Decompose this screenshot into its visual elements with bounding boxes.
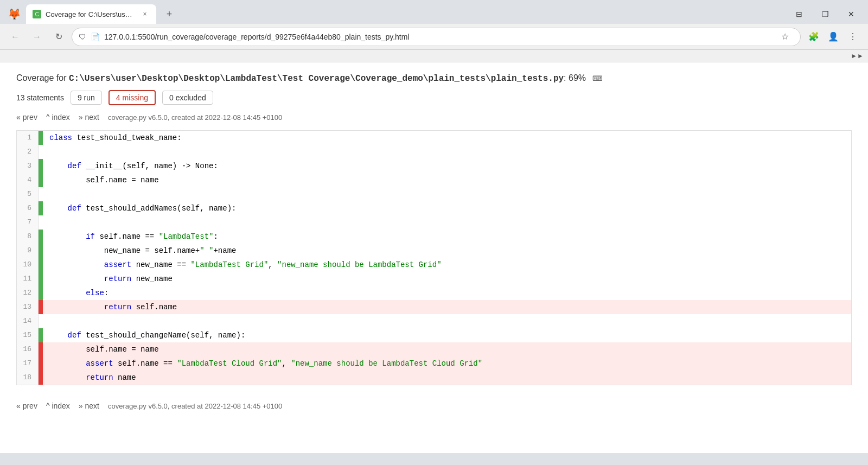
tab-close-button[interactable]: ×: [140, 9, 150, 19]
line-indicator-15: [39, 328, 43, 342]
bookmark-button[interactable]: ☆: [776, 28, 794, 46]
bottom-next-link[interactable]: » next: [79, 402, 99, 410]
excluded-badge[interactable]: 0 excluded: [162, 91, 213, 105]
line-content-12: else:: [43, 286, 851, 300]
active-tab[interactable]: C Coverage for C:\Users\user\Des... ×: [26, 4, 156, 24]
code-container: 1 class test_should_tweak_name: 2 3 def …: [16, 130, 852, 385]
line-content-1: class test_should_tweak_name:: [43, 131, 851, 145]
code-line-14: 14: [17, 314, 851, 328]
line-indicator-10: [39, 258, 43, 272]
code-line-8: 8 if self.name == "LambdaTest":: [17, 230, 851, 244]
bottom-nav: « prev ^ index » next coverage.py v6.5.0…: [16, 396, 852, 410]
coverage-file-path: C:\Users\user\Desktop\Desktop\LambdaTest…: [69, 74, 564, 84]
statements-count: 13 statements: [16, 93, 64, 102]
code-line-10: 10 assert new_name == "LambdaTest Grid",…: [17, 258, 851, 272]
minimize-button[interactable]: ⊟: [787, 4, 812, 24]
next-link[interactable]: » next: [79, 113, 99, 122]
line-indicator-16: [39, 342, 43, 356]
shield-icon: 🛡: [79, 33, 86, 41]
run-badge[interactable]: 9 run: [71, 91, 102, 105]
back-button[interactable]: ←: [7, 28, 24, 46]
line-number-8: 8: [17, 230, 39, 244]
line-number-13: 13: [17, 300, 39, 314]
extensions-button[interactable]: 🧩: [805, 28, 822, 46]
line-number-9: 9: [17, 244, 39, 258]
close-button[interactable]: ✕: [839, 4, 864, 24]
line-number-6: 6: [17, 201, 39, 215]
line-number-5: 5: [17, 187, 39, 201]
missing-badge[interactable]: 4 missing: [108, 90, 156, 105]
coverage-header: Coverage for C:\Users\user\Desktop\Deskt…: [16, 73, 852, 84]
line-indicator-3: [39, 159, 43, 173]
browser-logo-icon: 🦊: [4, 4, 24, 24]
nav-right-buttons: 🧩 👤 ⋮: [805, 28, 861, 46]
line-content-6: def test_should_addNames(self, name):: [43, 201, 851, 215]
line-number-17: 17: [17, 356, 39, 371]
menu-button[interactable]: ⋮: [844, 28, 861, 46]
keyboard-icon: ⌨: [592, 74, 603, 82]
line-indicator-4: [39, 173, 43, 187]
code-line-18: 18 return name: [17, 371, 851, 385]
line-content-14: [43, 314, 851, 328]
code-line-12: 12 else:: [17, 286, 851, 300]
code-line-11: 11 return new_name: [17, 272, 851, 286]
address-input[interactable]: [104, 33, 772, 41]
line-indicator-6: [39, 201, 43, 215]
address-bar-container[interactable]: 🛡 📄 ☆: [72, 28, 801, 46]
line-number-7: 7: [17, 215, 39, 230]
line-content-4: self.name = name: [43, 173, 851, 187]
line-content-5: [43, 187, 851, 201]
line-number-4: 4: [17, 173, 39, 187]
line-content-16: self.name = name: [43, 342, 851, 356]
code-line-6: 6 def test_should_addNames(self, name):: [17, 201, 851, 215]
code-line-1: 1 class test_should_tweak_name:: [17, 131, 851, 145]
code-line-13: 13 return self.name: [17, 300, 851, 314]
line-content-18: return name: [43, 371, 851, 385]
restore-button[interactable]: ❐: [813, 4, 838, 24]
stats-bar: 13 statements 9 run 4 missing 0 excluded: [16, 90, 852, 105]
coverage-version-info: coverage.py v6.5.0, created at 2022-12-0…: [108, 113, 282, 122]
line-indicator-17: [39, 356, 43, 371]
bottom-index-link[interactable]: ^ index: [46, 402, 70, 410]
code-line-17: 17 assert self.name == "LambdaTest Cloud…: [17, 356, 851, 371]
nav-links: « prev ^ index » next coverage.py v6.5.0…: [16, 113, 852, 122]
line-content-8: if self.name == "LambdaTest":: [43, 230, 851, 244]
line-content-11: return new_name: [43, 272, 851, 286]
window-controls: ⊟ ❐ ✕: [787, 4, 868, 24]
bottom-prev-link[interactable]: « prev: [16, 402, 37, 410]
reload-button[interactable]: ↻: [50, 28, 67, 46]
line-indicator-8: [39, 230, 43, 244]
tab-favicon: C: [33, 10, 41, 18]
code-line-3: 3 def __init__(self, name) -> None:: [17, 159, 851, 173]
line-number-15: 15: [17, 328, 39, 342]
line-number-11: 11: [17, 272, 39, 286]
profile-button[interactable]: 👤: [825, 28, 842, 46]
code-line-9: 9 new_name = self.name+" "+name: [17, 244, 851, 258]
line-content-15: def test_should_changeName(self, name):: [43, 328, 851, 342]
line-indicator-14: [39, 314, 43, 328]
line-indicator-12: [39, 286, 43, 300]
line-indicator-18: [39, 371, 43, 385]
prev-link[interactable]: « prev: [16, 113, 37, 122]
line-number-16: 16: [17, 342, 39, 356]
index-link[interactable]: ^ index: [46, 113, 70, 122]
line-content-17: assert self.name == "LambdaTest Cloud Gr…: [43, 356, 851, 371]
line-number-18: 18: [17, 371, 39, 385]
tab-title: Coverage for C:\Users\user\Des...: [46, 10, 136, 18]
coverage-content: Coverage for C:\Users\user\Desktop\Deskt…: [0, 62, 868, 453]
code-line-5: 5: [17, 187, 851, 201]
code-line-4: 4 self.name = name: [17, 173, 851, 187]
navigation-bar: ← → ↻ 🛡 📄 ☆ 🧩 👤 ⋮: [0, 24, 868, 50]
code-line-7: 7: [17, 215, 851, 230]
code-line-15: 15 def test_should_changeName(self, name…: [17, 328, 851, 342]
line-indicator-5: [39, 187, 43, 201]
line-number-10: 10: [17, 258, 39, 272]
new-tab-button[interactable]: +: [161, 5, 178, 23]
line-number-14: 14: [17, 314, 39, 328]
sidebar-expand-button[interactable]: ►►: [851, 52, 864, 60]
line-content-9: new_name = self.name+" "+name: [43, 244, 851, 258]
forward-button[interactable]: →: [28, 28, 46, 46]
bottom-coverage-info: coverage.py v6.5.0, created at 2022-12-0…: [108, 402, 282, 410]
line-indicator-2: [39, 145, 43, 159]
tab-bar: 🦊 C Coverage for C:\Users\user\Des... × …: [0, 0, 868, 24]
